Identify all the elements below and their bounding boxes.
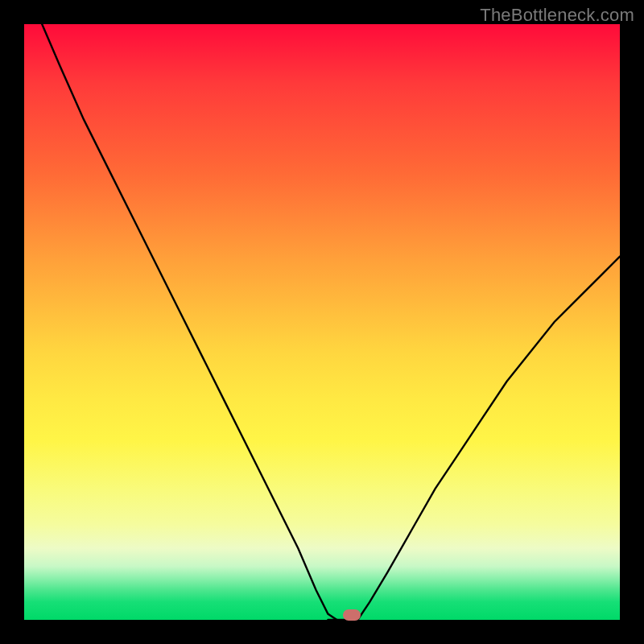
plot-area [24,24,620,620]
watermark-text: TheBottleneck.com [480,5,634,26]
curve-left-branch [42,24,336,620]
chart-frame: TheBottleneck.com [0,0,644,644]
curve-right-branch [357,257,620,620]
minimum-marker [343,609,361,621]
curve-overlay [24,24,620,620]
